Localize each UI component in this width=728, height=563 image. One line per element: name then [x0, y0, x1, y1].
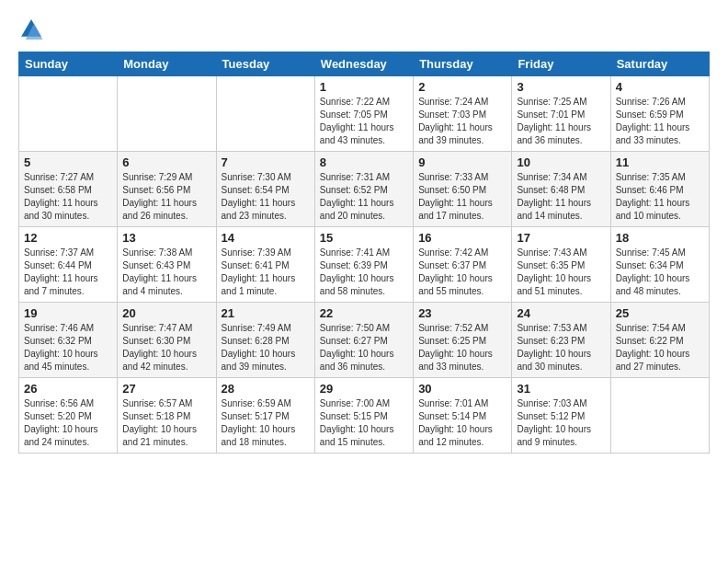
day-cell: 13Sunrise: 7:38 AM Sunset: 6:43 PM Dayli…	[118, 227, 216, 303]
day-info: Sunrise: 7:54 AM Sunset: 6:22 PM Dayligh…	[616, 322, 704, 373]
day-info: Sunrise: 7:34 AM Sunset: 6:48 PM Dayligh…	[517, 171, 605, 223]
weekday-header-thursday: Thursday	[414, 52, 512, 76]
day-cell: 22Sunrise: 7:50 AM Sunset: 6:27 PM Dayli…	[314, 303, 413, 378]
day-cell: 28Sunrise: 6:59 AM Sunset: 5:17 PM Dayli…	[216, 378, 314, 454]
day-number: 31	[517, 382, 605, 396]
week-row-2: 5Sunrise: 7:27 AM Sunset: 6:58 PM Daylig…	[19, 152, 710, 227]
day-info: Sunrise: 7:35 AM Sunset: 6:46 PM Dayligh…	[616, 171, 704, 223]
day-cell: 12Sunrise: 7:37 AM Sunset: 6:44 PM Dayli…	[19, 227, 118, 303]
day-cell: 14Sunrise: 7:39 AM Sunset: 6:41 PM Dayli…	[216, 227, 314, 303]
day-cell: 26Sunrise: 6:56 AM Sunset: 5:20 PM Dayli…	[19, 378, 118, 454]
day-number: 21	[222, 306, 310, 320]
day-cell	[118, 76, 216, 152]
day-number: 26	[24, 382, 112, 396]
weekday-header-row: SundayMondayTuesdayWednesdayThursdayFrid…	[19, 52, 710, 76]
day-cell: 21Sunrise: 7:49 AM Sunset: 6:28 PM Dayli…	[216, 303, 314, 378]
day-number: 19	[24, 306, 112, 320]
day-number: 6	[122, 155, 210, 169]
day-number: 1	[320, 80, 408, 94]
day-info: Sunrise: 6:56 AM Sunset: 5:20 PM Dayligh…	[24, 397, 112, 449]
day-cell: 25Sunrise: 7:54 AM Sunset: 6:22 PM Dayli…	[610, 303, 709, 378]
weekday-header-tuesday: Tuesday	[216, 52, 314, 76]
day-info: Sunrise: 7:30 AM Sunset: 6:54 PM Dayligh…	[222, 171, 310, 223]
day-number: 25	[616, 306, 704, 320]
week-row-3: 12Sunrise: 7:37 AM Sunset: 6:44 PM Dayli…	[19, 227, 710, 303]
day-cell: 5Sunrise: 7:27 AM Sunset: 6:58 PM Daylig…	[19, 152, 118, 227]
day-number: 28	[222, 382, 310, 396]
day-number: 2	[418, 80, 506, 94]
day-number: 4	[616, 80, 704, 94]
logo	[18, 17, 48, 42]
day-info: Sunrise: 7:01 AM Sunset: 5:14 PM Dayligh…	[418, 397, 506, 449]
day-cell: 10Sunrise: 7:34 AM Sunset: 6:48 PM Dayli…	[512, 152, 610, 227]
day-number: 16	[418, 231, 506, 245]
day-number: 22	[320, 306, 408, 320]
day-cell: 7Sunrise: 7:30 AM Sunset: 6:54 PM Daylig…	[216, 152, 314, 227]
day-info: Sunrise: 7:31 AM Sunset: 6:52 PM Dayligh…	[320, 171, 408, 223]
day-number: 23	[418, 306, 506, 320]
day-cell: 30Sunrise: 7:01 AM Sunset: 5:14 PM Dayli…	[414, 378, 512, 454]
logo-icon	[18, 17, 44, 42]
day-cell: 29Sunrise: 7:00 AM Sunset: 5:15 PM Dayli…	[314, 378, 413, 454]
weekday-header-saturday: Saturday	[610, 52, 709, 76]
day-info: Sunrise: 7:42 AM Sunset: 6:37 PM Dayligh…	[418, 247, 506, 298]
day-number: 12	[24, 231, 112, 245]
day-cell: 1Sunrise: 7:22 AM Sunset: 7:05 PM Daylig…	[314, 76, 413, 152]
day-info: Sunrise: 7:45 AM Sunset: 6:34 PM Dayligh…	[616, 247, 704, 298]
day-cell: 18Sunrise: 7:45 AM Sunset: 6:34 PM Dayli…	[610, 227, 709, 303]
weekday-header-sunday: Sunday	[19, 52, 118, 76]
day-number: 11	[616, 155, 704, 169]
day-info: Sunrise: 7:52 AM Sunset: 6:25 PM Dayligh…	[418, 322, 506, 373]
day-number: 14	[222, 231, 310, 245]
day-number: 17	[517, 231, 605, 245]
day-cell: 15Sunrise: 7:41 AM Sunset: 6:39 PM Dayli…	[314, 227, 413, 303]
day-cell: 6Sunrise: 7:29 AM Sunset: 6:56 PM Daylig…	[118, 152, 216, 227]
day-info: Sunrise: 7:41 AM Sunset: 6:39 PM Dayligh…	[320, 247, 408, 298]
day-info: Sunrise: 7:43 AM Sunset: 6:35 PM Dayligh…	[517, 247, 605, 298]
day-info: Sunrise: 7:39 AM Sunset: 6:41 PM Dayligh…	[222, 247, 310, 298]
weekday-header-monday: Monday	[118, 52, 216, 76]
day-cell: 24Sunrise: 7:53 AM Sunset: 6:23 PM Dayli…	[512, 303, 610, 378]
day-info: Sunrise: 7:03 AM Sunset: 5:12 PM Dayligh…	[517, 397, 605, 449]
day-info: Sunrise: 7:24 AM Sunset: 7:03 PM Dayligh…	[418, 96, 506, 147]
page: SundayMondayTuesdayWednesdayThursdayFrid…	[0, 0, 728, 470]
day-cell	[610, 378, 709, 454]
day-number: 7	[222, 155, 310, 169]
day-cell: 9Sunrise: 7:33 AM Sunset: 6:50 PM Daylig…	[414, 152, 512, 227]
day-cell: 23Sunrise: 7:52 AM Sunset: 6:25 PM Dayli…	[414, 303, 512, 378]
day-cell	[216, 76, 314, 152]
day-cell: 17Sunrise: 7:43 AM Sunset: 6:35 PM Dayli…	[512, 227, 610, 303]
day-number: 24	[517, 306, 605, 320]
calendar-table: SundayMondayTuesdayWednesdayThursdayFrid…	[18, 52, 710, 454]
day-info: Sunrise: 7:25 AM Sunset: 7:01 PM Dayligh…	[517, 96, 605, 147]
day-info: Sunrise: 7:53 AM Sunset: 6:23 PM Dayligh…	[517, 322, 605, 373]
day-cell: 8Sunrise: 7:31 AM Sunset: 6:52 PM Daylig…	[314, 152, 413, 227]
day-info: Sunrise: 7:27 AM Sunset: 6:58 PM Dayligh…	[24, 171, 112, 223]
day-cell: 19Sunrise: 7:46 AM Sunset: 6:32 PM Dayli…	[19, 303, 118, 378]
day-info: Sunrise: 7:50 AM Sunset: 6:27 PM Dayligh…	[320, 322, 408, 373]
day-number: 27	[122, 382, 210, 396]
day-number: 9	[418, 155, 506, 169]
day-cell: 4Sunrise: 7:26 AM Sunset: 6:59 PM Daylig…	[610, 76, 709, 152]
day-number: 15	[320, 231, 408, 245]
day-info: Sunrise: 7:22 AM Sunset: 7:05 PM Dayligh…	[320, 96, 408, 147]
day-number: 3	[517, 80, 605, 94]
day-info: Sunrise: 7:29 AM Sunset: 6:56 PM Dayligh…	[122, 171, 210, 223]
day-info: Sunrise: 7:33 AM Sunset: 6:50 PM Dayligh…	[418, 171, 506, 223]
day-number: 10	[517, 155, 605, 169]
day-cell: 31Sunrise: 7:03 AM Sunset: 5:12 PM Dayli…	[512, 378, 610, 454]
day-info: Sunrise: 7:46 AM Sunset: 6:32 PM Dayligh…	[24, 322, 112, 373]
day-cell: 20Sunrise: 7:47 AM Sunset: 6:30 PM Dayli…	[118, 303, 216, 378]
day-info: Sunrise: 7:26 AM Sunset: 6:59 PM Dayligh…	[616, 96, 704, 147]
header	[18, 17, 710, 42]
day-number: 20	[122, 306, 210, 320]
day-cell	[19, 76, 118, 152]
day-info: Sunrise: 7:47 AM Sunset: 6:30 PM Dayligh…	[122, 322, 210, 373]
day-cell: 11Sunrise: 7:35 AM Sunset: 6:46 PM Dayli…	[610, 152, 709, 227]
day-number: 8	[320, 155, 408, 169]
day-number: 30	[418, 382, 506, 396]
day-info: Sunrise: 7:49 AM Sunset: 6:28 PM Dayligh…	[222, 322, 310, 373]
day-cell: 3Sunrise: 7:25 AM Sunset: 7:01 PM Daylig…	[512, 76, 610, 152]
week-row-5: 26Sunrise: 6:56 AM Sunset: 5:20 PM Dayli…	[19, 378, 710, 454]
weekday-header-friday: Friday	[512, 52, 610, 76]
